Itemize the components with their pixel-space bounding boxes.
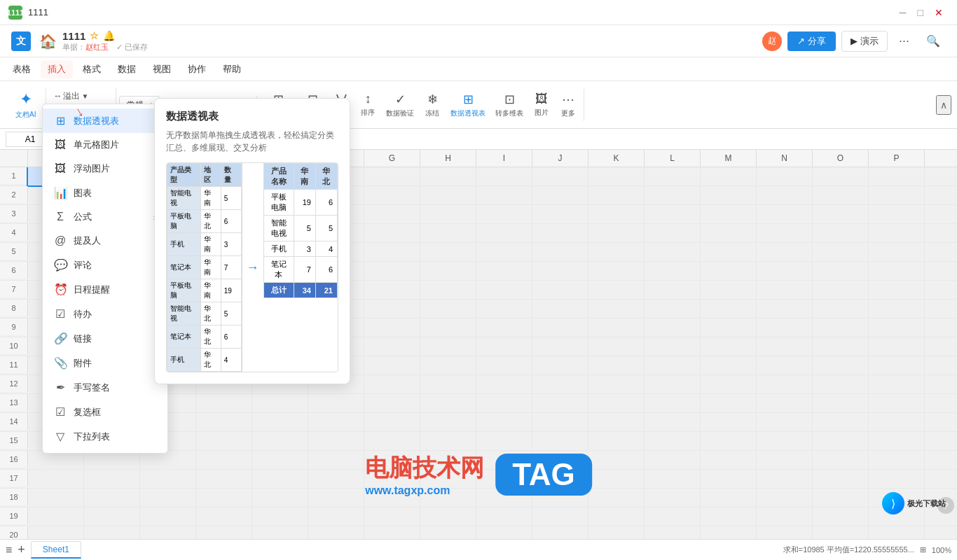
cell-K11[interactable] <box>588 356 645 374</box>
cell-L6[interactable] <box>645 262 701 280</box>
cell-M13[interactable] <box>701 394 757 412</box>
dropdown-mention[interactable]: @ 提及人 <box>43 229 167 253</box>
cell-J13[interactable] <box>532 394 588 412</box>
cell-C19[interactable] <box>140 507 196 526</box>
cell-P14[interactable] <box>869 413 925 431</box>
present-button[interactable]: ▶ 演示 <box>841 31 888 52</box>
col-header-J[interactable]: J <box>532 150 588 167</box>
cell-J19[interactable] <box>532 507 588 526</box>
cell-M2[interactable] <box>701 186 757 204</box>
cell-P15[interactable] <box>869 432 925 450</box>
cell-H9[interactable] <box>420 318 476 337</box>
more-tools-btn[interactable]: ⋯ 更多 <box>556 89 581 121</box>
cell-L13[interactable] <box>645 394 701 412</box>
cell-J14[interactable] <box>532 413 588 431</box>
sheet-tab-1[interactable]: Sheet1 <box>31 541 81 559</box>
image-btn[interactable]: 🖼 图片 <box>529 89 554 120</box>
cell-I3[interactable] <box>476 205 532 223</box>
cell-L20[interactable] <box>645 526 701 539</box>
cell-C18[interactable] <box>140 489 196 507</box>
cell-M17[interactable] <box>701 470 757 488</box>
cell-L12[interactable] <box>645 375 701 393</box>
cell-L16[interactable] <box>645 451 701 469</box>
star-icon[interactable]: ☆ <box>90 30 99 41</box>
cell-C17[interactable] <box>140 470 196 488</box>
cell-H4[interactable] <box>420 224 476 242</box>
cell-I6[interactable] <box>476 262 532 280</box>
cell-F18[interactable] <box>308 489 364 507</box>
cell-J8[interactable] <box>532 300 588 318</box>
col-header-O[interactable]: O <box>813 150 869 167</box>
cell-N7[interactable] <box>757 281 813 299</box>
cell-O2[interactable] <box>813 186 869 204</box>
dropdown-link[interactable]: 🔗 链接 <box>43 326 167 351</box>
sort-btn[interactable]: ↕ 排序 <box>355 89 380 120</box>
cell-P10[interactable] <box>869 337 925 356</box>
col-header-L[interactable]: L <box>645 150 701 167</box>
cell-H15[interactable] <box>420 432 476 450</box>
cell-O4[interactable] <box>813 224 869 242</box>
minimize-btn[interactable]: ─ <box>900 7 907 18</box>
cell-O20[interactable] <box>813 526 869 539</box>
cell-I1[interactable] <box>476 167 532 186</box>
cell-K5[interactable] <box>588 243 645 261</box>
cell-B18[interactable] <box>84 489 140 507</box>
cell-O16[interactable] <box>813 451 869 469</box>
cell-H5[interactable] <box>420 243 476 261</box>
cell-G11[interactable] <box>364 356 420 374</box>
cell-H19[interactable] <box>420 507 476 526</box>
cell-G6[interactable] <box>364 262 420 280</box>
cell-L1[interactable] <box>645 167 701 186</box>
cell-G14[interactable] <box>364 413 420 431</box>
cell-F15[interactable] <box>308 432 364 450</box>
menu-format[interactable]: 格式 <box>76 60 108 78</box>
toolbar-collapse-btn[interactable]: ∧ <box>936 95 951 115</box>
cell-E18[interactable] <box>252 489 308 507</box>
cell-M14[interactable] <box>701 413 757 431</box>
cell-M8[interactable] <box>701 300 757 318</box>
cell-O6[interactable] <box>813 262 869 280</box>
cell-L11[interactable] <box>645 356 701 374</box>
cell-H3[interactable] <box>420 205 476 223</box>
cell-O8[interactable] <box>813 300 869 318</box>
cell-L3[interactable] <box>645 205 701 223</box>
cell-L8[interactable] <box>645 300 701 318</box>
dropdown-schedule[interactable]: ⏰ 日程提醒 <box>43 277 167 302</box>
cell-N4[interactable] <box>757 224 813 242</box>
cell-M18[interactable] <box>701 489 757 507</box>
cell-I19[interactable] <box>476 507 532 526</box>
cell-O3[interactable] <box>813 205 869 223</box>
cell-D20[interactable] <box>196 526 252 539</box>
cell-P4[interactable] <box>869 224 925 242</box>
cell-N1[interactable] <box>757 167 813 186</box>
cell-A18[interactable] <box>28 489 84 507</box>
cell-L4[interactable] <box>645 224 701 242</box>
cell-I2[interactable] <box>476 186 532 204</box>
cell-L7[interactable] <box>645 281 701 299</box>
cell-I4[interactable] <box>476 224 532 242</box>
cell-D18[interactable] <box>196 489 252 507</box>
cell-K13[interactable] <box>588 394 645 412</box>
cell-G20[interactable] <box>364 526 420 539</box>
cell-J1[interactable] <box>532 167 588 186</box>
cell-L2[interactable] <box>645 186 701 204</box>
cell-G10[interactable] <box>364 337 420 356</box>
cell-M20[interactable] <box>701 526 757 539</box>
cell-M5[interactable] <box>701 243 757 261</box>
cell-K10[interactable] <box>588 337 645 356</box>
cell-A19[interactable] <box>28 507 84 526</box>
dropdown-signature[interactable]: ✒ 手写签名 <box>43 375 167 400</box>
cell-P1[interactable] <box>869 167 925 186</box>
cell-J9[interactable] <box>532 318 588 337</box>
cell-D15[interactable] <box>196 432 252 450</box>
cell-L5[interactable] <box>645 243 701 261</box>
cell-O9[interactable] <box>813 318 869 337</box>
cell-O17[interactable] <box>813 470 869 488</box>
col-header-K[interactable]: K <box>588 150 645 167</box>
cell-G9[interactable] <box>364 318 420 337</box>
cell-P12[interactable] <box>869 375 925 393</box>
menu-insert[interactable]: 插入 <box>41 60 73 78</box>
cell-I5[interactable] <box>476 243 532 261</box>
cell-I15[interactable] <box>476 432 532 450</box>
cell-H11[interactable] <box>420 356 476 374</box>
